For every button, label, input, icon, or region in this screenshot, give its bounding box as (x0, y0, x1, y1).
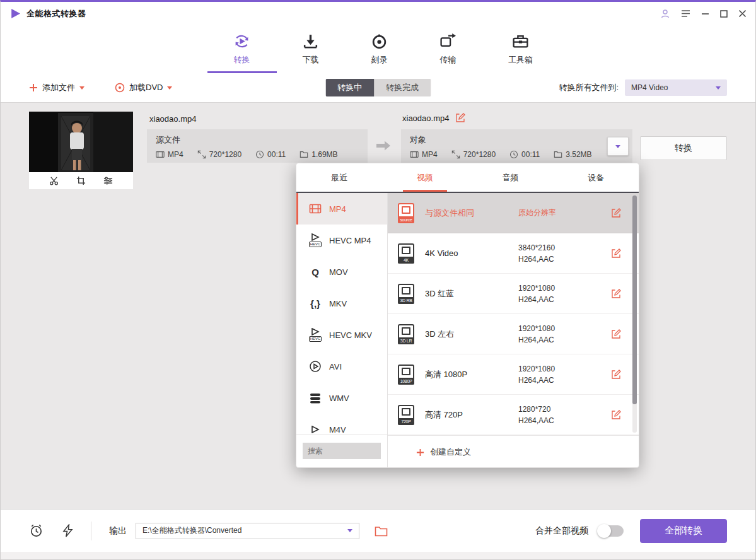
convert-icon (233, 33, 250, 50)
convert-all-button[interactable]: 全部转换 (640, 519, 727, 543)
toolbar: 添加文件 加载DVD 转换中 转换完成 转换所有文件到: MP4 Video (1, 73, 755, 103)
load-dvd-label: 加载DVD (129, 82, 163, 93)
tab-video[interactable]: 视频 (382, 163, 468, 192)
format-item-mov[interactable]: Q MOV (296, 256, 387, 288)
mp4-icon (308, 202, 322, 216)
main-nav: 转换 下载 刻录 传输 (1, 25, 755, 73)
format-popup-body: MP4 HEVC HEVC MP4 Q MOV (296, 193, 639, 467)
maximize-icon[interactable] (720, 10, 728, 18)
format-item-wmv[interactable]: WMV (296, 382, 387, 414)
preset-row-3d-redblue[interactable]: 3D RB 3D 红蓝 1920*1080 H264,AAC (388, 274, 639, 314)
format-popup-tabs: 最近 视频 音频 设备 (296, 163, 639, 193)
user-icon[interactable] (660, 9, 670, 19)
download-icon (302, 33, 319, 50)
tab-transfer-label: 传输 (440, 54, 457, 66)
target-format-dropdown-button[interactable] (607, 137, 629, 156)
format-item-mkv[interactable]: {,} MKV (296, 288, 387, 319)
tab-convert[interactable]: 转换 (216, 25, 268, 73)
format-item-avi[interactable]: AVI (296, 351, 387, 382)
tab-audio[interactable]: 音频 (468, 163, 554, 192)
preset-row-source[interactable]: source 与源文件相同 原始分辨率 (388, 193, 639, 233)
720p-preset-icon: 720P (398, 405, 414, 425)
tab-convert-label: 转换 (234, 54, 250, 66)
crop-icon[interactable] (76, 176, 86, 185)
edit-preset-icon[interactable] (611, 370, 621, 380)
tab-recent[interactable]: 最近 (296, 163, 382, 192)
window-controls (660, 9, 747, 19)
video-thumbnail[interactable] (29, 112, 133, 172)
resolution-icon (451, 150, 460, 159)
edit-preset-icon[interactable] (611, 329, 621, 339)
plus-icon (416, 448, 424, 457)
tab-finished[interactable]: 转换完成 (374, 79, 431, 96)
merge-videos-toggle[interactable] (598, 525, 624, 537)
tab-toolbox[interactable]: 工具箱 (491, 25, 550, 73)
transfer-icon (439, 33, 457, 50)
preset-column: source 与源文件相同 原始分辨率 (388, 193, 639, 467)
chevron-down-icon (79, 86, 84, 90)
tab-burn[interactable]: 刻录 (353, 25, 405, 73)
3d-rb-preset-icon: 3D RB (398, 284, 414, 304)
add-file-button[interactable]: 添加文件 (29, 82, 84, 93)
mov-quicktime-icon: Q (308, 265, 322, 279)
effects-tune-icon[interactable] (103, 176, 113, 185)
edit-preset-icon[interactable] (611, 410, 621, 420)
format-item-hevc-mp4[interactable]: HEVC HEVC MP4 (296, 225, 387, 256)
preset-row-3d-leftright[interactable]: 3D LR 3D 左右 1920*1080 H264,AAC (388, 314, 639, 354)
resolution-icon (197, 150, 206, 159)
output-path-dropdown[interactable]: E:\全能格式转换器\Converted (136, 523, 359, 539)
open-output-folder-icon[interactable] (375, 525, 388, 537)
minimize-icon[interactable] (701, 9, 709, 18)
chevron-down-icon (347, 529, 352, 532)
preset-row-1080p[interactable]: 1080P 高清 1080P 1920*1080 H264,AAC (388, 354, 639, 395)
create-custom-button[interactable]: 创建自定义 (388, 435, 639, 468)
menu-icon[interactable] (681, 9, 690, 18)
source-file-name: xiaodao.mp4 (149, 114, 196, 124)
tab-device[interactable]: 设备 (553, 163, 639, 192)
performance-bolt-icon[interactable] (62, 524, 73, 537)
title-bar: 全能格式转换器 (1, 2, 755, 25)
preset-row-720p[interactable]: 720P 高清 720P 1280*720 H264,AAC (388, 395, 639, 435)
hevc-mkv-icon: HEVC (308, 328, 322, 342)
rename-edit-icon[interactable] (455, 113, 465, 123)
avi-icon (308, 359, 322, 373)
dvd-disc-icon (115, 83, 125, 93)
divider (91, 522, 91, 540)
hevc-mp4-icon: HEVC (308, 233, 322, 247)
convert-button[interactable]: 转换 (640, 136, 727, 160)
edit-preset-icon[interactable] (611, 289, 621, 299)
tab-toolbox-label: 工具箱 (508, 54, 533, 66)
preset-row-4k[interactable]: 4K 4K Video 3840*2160 H264,AAC (388, 233, 639, 274)
load-dvd-button[interactable]: 加载DVD (115, 82, 172, 93)
edit-preset-icon[interactable] (611, 248, 621, 259)
format-item-hevc-mkv[interactable]: HEVC HEVC MKV (296, 319, 387, 351)
arrow-right-icon (375, 139, 392, 152)
convert-to-label: 转换所有文件到: (559, 82, 619, 93)
wmv-icon (308, 391, 322, 405)
source-info-panel: 源文件 MP4 720*1280 (147, 129, 368, 163)
format-sidebar: MP4 HEVC HEVC MP4 Q MOV (296, 193, 388, 467)
edit-preset-icon[interactable] (611, 208, 621, 218)
1080p-preset-icon: 1080P (398, 365, 414, 385)
preset-list: source 与源文件相同 原始分辨率 (388, 193, 639, 435)
format-item-m4v[interactable]: M4V (296, 414, 387, 434)
convert-all-to: 转换所有文件到: MP4 Video (559, 79, 727, 96)
tab-download[interactable]: 下载 (284, 25, 337, 73)
clock-icon (509, 150, 518, 159)
output-format-dropdown[interactable]: MP4 Video (625, 79, 727, 96)
search-input[interactable] (303, 443, 381, 459)
format-item-mp4[interactable]: MP4 (296, 193, 387, 225)
scrollbar-thumb[interactable] (632, 195, 637, 404)
merge-videos-label: 合并全部视频 (535, 525, 588, 537)
format-list: MP4 HEVC HEVC MP4 Q MOV (296, 193, 387, 434)
video-thumbnail-block (29, 112, 133, 189)
close-icon[interactable] (738, 9, 747, 18)
trim-scissors-icon[interactable] (49, 176, 59, 185)
output-label: 输出 (109, 525, 127, 537)
source-resolution: 720*1280 (197, 150, 241, 159)
schedule-alarm-icon[interactable] (29, 523, 44, 538)
tab-converting[interactable]: 转换中 (325, 79, 374, 96)
tab-transfer[interactable]: 传输 (422, 25, 474, 73)
chevron-down-icon (615, 145, 620, 148)
burn-disc-icon (371, 33, 388, 50)
